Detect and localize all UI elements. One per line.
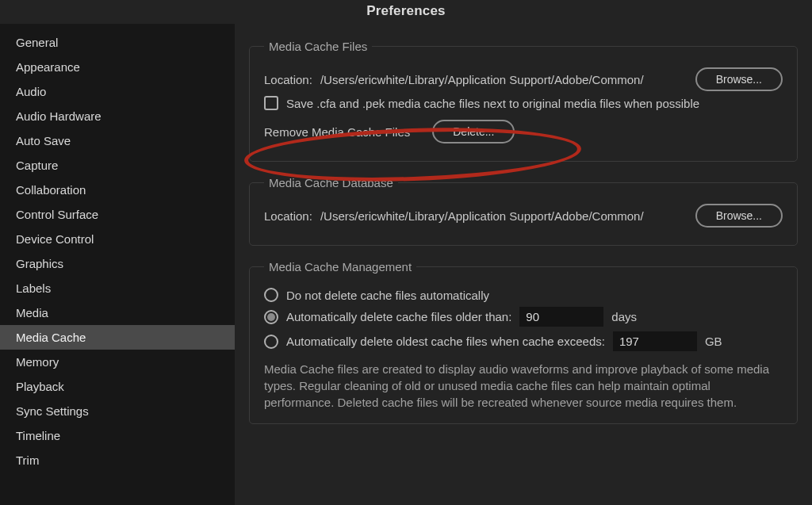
delete-older-unit: days bbox=[611, 310, 637, 323]
sidebar-item-capture[interactable]: Capture bbox=[0, 153, 235, 178]
radio-do-not-delete[interactable] bbox=[264, 288, 278, 302]
radio-delete-exceeds-label: Automatically delete oldest cache files … bbox=[286, 335, 605, 348]
legend-media-cache-files: Media Cache Files bbox=[264, 40, 372, 53]
cache-db-location-path: /Users/ericwhite/Library/Application Sup… bbox=[320, 209, 644, 223]
group-media-cache-management: Media Cache Management Do not delete cac… bbox=[249, 260, 798, 424]
cache-files-location-path: /Users/ericwhite/Library/Application Sup… bbox=[320, 73, 644, 86]
sidebar-item-labels[interactable]: Labels bbox=[0, 276, 235, 300]
delete-exceeds-unit: GB bbox=[705, 335, 722, 348]
sidebar-item-audio[interactable]: Audio bbox=[0, 79, 235, 104]
cache-files-location-label: Location: bbox=[264, 73, 312, 86]
save-next-to-label: Save .cfa and .pek media cache files nex… bbox=[286, 97, 699, 110]
group-media-cache-files: Media Cache Files Location: /Users/ericw… bbox=[249, 40, 798, 162]
sidebar-item-graphics[interactable]: Graphics bbox=[0, 251, 235, 276]
delete-cache-button[interactable]: Delete... bbox=[432, 120, 515, 143]
sidebar-item-general[interactable]: General bbox=[0, 30, 235, 55]
delete-older-input[interactable] bbox=[519, 307, 603, 327]
delete-exceeds-input[interactable] bbox=[613, 331, 697, 351]
group-media-cache-database: Media Cache Database Location: /Users/er… bbox=[249, 176, 798, 246]
cache-db-location-label: Location: bbox=[264, 209, 312, 223]
preferences-sidebar: General Appearance Audio Audio Hardware … bbox=[0, 24, 235, 505]
save-next-to-checkbox[interactable] bbox=[264, 96, 278, 110]
sidebar-item-control-surface[interactable]: Control Surface bbox=[0, 202, 235, 227]
sidebar-item-auto-save[interactable]: Auto Save bbox=[0, 128, 235, 153]
sidebar-item-playback[interactable]: Playback bbox=[0, 374, 235, 399]
radio-delete-older[interactable] bbox=[264, 310, 278, 324]
cache-info-text: Media Cache files are created to display… bbox=[264, 361, 783, 411]
preferences-content: Media Cache Files Location: /Users/ericw… bbox=[235, 24, 812, 505]
sidebar-item-appearance[interactable]: Appearance bbox=[0, 55, 235, 79]
sidebar-item-memory[interactable]: Memory bbox=[0, 350, 235, 374]
sidebar-item-timeline[interactable]: Timeline bbox=[0, 423, 235, 448]
radio-do-not-delete-label: Do not delete cache files automatically bbox=[286, 289, 489, 302]
window-title: Preferences bbox=[0, 0, 812, 24]
sidebar-item-collaboration[interactable]: Collaboration bbox=[0, 178, 235, 202]
legend-media-cache-database: Media Cache Database bbox=[264, 176, 398, 189]
sidebar-item-media[interactable]: Media bbox=[0, 300, 235, 325]
sidebar-item-audio-hardware[interactable]: Audio Hardware bbox=[0, 104, 235, 128]
cache-db-browse-button[interactable]: Browse... bbox=[695, 204, 783, 228]
sidebar-item-device-control[interactable]: Device Control bbox=[0, 227, 235, 251]
sidebar-item-trim[interactable]: Trim bbox=[0, 448, 235, 472]
remove-cache-label: Remove Media Cache Files bbox=[264, 125, 410, 139]
legend-media-cache-management: Media Cache Management bbox=[264, 260, 416, 274]
sidebar-item-sync-settings[interactable]: Sync Settings bbox=[0, 399, 235, 423]
sidebar-item-media-cache[interactable]: Media Cache bbox=[0, 325, 235, 350]
cache-files-browse-button[interactable]: Browse... bbox=[695, 67, 783, 91]
radio-delete-exceeds[interactable] bbox=[264, 335, 278, 349]
radio-delete-older-label: Automatically delete cache files older t… bbox=[286, 310, 511, 323]
